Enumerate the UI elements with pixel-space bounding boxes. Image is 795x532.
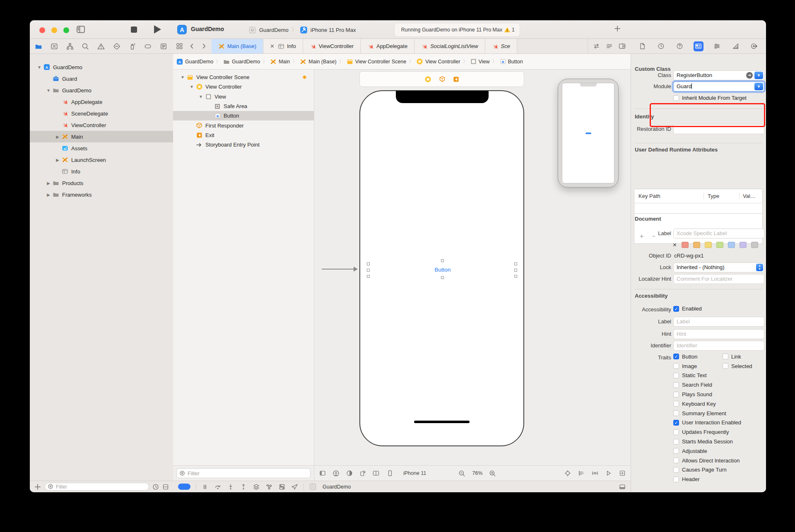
navigator-row-main[interactable]: ▶Main <box>30 131 173 142</box>
label-color-chip[interactable] <box>751 242 758 248</box>
acc-label-field[interactable]: Label <box>673 317 764 327</box>
accessibility-preview-icon[interactable] <box>332 470 340 477</box>
toggle-navigator-icon[interactable] <box>76 25 85 34</box>
orientation-icon[interactable] <box>359 470 366 477</box>
label-color-chip[interactable] <box>682 242 689 248</box>
chevron-down-icon[interactable]: ▼ <box>188 84 195 89</box>
add-file-icon[interactable] <box>34 483 41 491</box>
lock-stepper-icon[interactable]: ▲▼ <box>756 264 763 271</box>
debug-navigator-icon[interactable] <box>129 43 136 50</box>
breadcrumb-item[interactable]: GuardDemo <box>223 58 260 65</box>
chevron-right-icon[interactable]: ▶ <box>45 181 52 185</box>
back-button[interactable] <box>186 39 198 53</box>
outline-row-exit[interactable]: Exit <box>173 130 314 140</box>
outline-row-safe-area[interactable]: Safe Area <box>173 101 314 111</box>
navigator-row-scenedelegate[interactable]: SceneDelegate <box>30 108 173 119</box>
lock-dropdown[interactable]: Inherited - (Nothing) ▲▼ <box>673 262 764 272</box>
run-button[interactable] <box>154 25 161 34</box>
trait-checkbox-header[interactable] <box>673 477 679 482</box>
source-control-icon[interactable] <box>51 43 58 50</box>
trait-checkbox-selected[interactable] <box>723 363 728 369</box>
selected-button[interactable]: Button <box>433 267 452 273</box>
editor-sidebar-icon[interactable] <box>319 470 326 477</box>
stop-button[interactable] <box>131 26 137 33</box>
trait-checkbox-allows-direct-interaction[interactable] <box>673 457 679 463</box>
scheme-selector[interactable]: GuardDemo 〉 iPhone 11 Pro Max <box>248 23 356 36</box>
attributes-inspector-icon[interactable] <box>712 41 722 51</box>
zoom-window-button[interactable] <box>63 27 69 33</box>
trait-checkbox-adjustable[interactable] <box>673 448 679 454</box>
localizer-hint-field[interactable]: Comment For Localizer <box>673 274 764 284</box>
project-navigator-icon[interactable] <box>35 43 42 50</box>
outline-row-view[interactable]: ▼View <box>173 92 314 101</box>
label-color-chip[interactable] <box>693 242 700 248</box>
zoom-out-icon[interactable] <box>458 470 465 477</box>
breadcrumb-item[interactable]: View <box>470 58 490 65</box>
tab-appdelegate[interactable]: AppDelegate <box>361 39 414 53</box>
navigator-filter-input[interactable]: Filter <box>45 483 149 491</box>
new-tab-button[interactable] <box>614 25 621 32</box>
acc-identifier-field[interactable]: Identifier <box>673 341 764 351</box>
tab-main-base-[interactable]: Main (Base) <box>212 39 263 53</box>
trait-checkbox-search-field[interactable] <box>673 382 679 388</box>
navigator-row-guard[interactable]: Guard <box>30 73 173 84</box>
resize-handle[interactable] <box>514 275 517 278</box>
breadcrumb-item[interactable]: Main <box>270 58 290 65</box>
zoom-in-icon[interactable] <box>489 470 496 477</box>
view-controller-dock-icon[interactable] <box>424 76 431 83</box>
navigator-row-assets[interactable]: Assets <box>30 142 173 154</box>
module-field[interactable]: Guard ▼ <box>673 82 764 91</box>
memory-graph-icon[interactable] <box>266 484 272 490</box>
navigator-row-frameworks[interactable]: ▶Frameworks <box>30 189 173 200</box>
resize-handle[interactable] <box>514 269 517 272</box>
test-navigator-icon[interactable] <box>113 43 120 50</box>
chevron-down-icon[interactable]: ▼ <box>179 75 186 79</box>
breadcrumb-item[interactable]: BButton <box>500 58 523 65</box>
jump-to-class-icon[interactable]: ➔ <box>746 72 753 79</box>
navigator-row-info[interactable]: Info <box>30 166 173 177</box>
label-color-chip[interactable] <box>740 242 747 248</box>
code-review-icon[interactable] <box>593 43 600 50</box>
class-field[interactable]: RegisterButton ➔ ▼ <box>673 70 764 80</box>
add-constraints-icon[interactable] <box>592 470 598 477</box>
tab-info[interactable]: ✕Info <box>263 39 303 53</box>
add-editor-icon[interactable] <box>619 43 626 50</box>
breadcrumb-item[interactable]: View Controller <box>416 58 460 65</box>
navigator-row-products[interactable]: ▶Products <box>30 177 173 189</box>
navigator-row-launchscreen[interactable]: ▶LaunchScreen <box>30 154 173 166</box>
resize-handle[interactable] <box>367 262 370 265</box>
chevron-right-icon[interactable]: ▶ <box>54 158 61 162</box>
resize-handle[interactable] <box>441 259 444 262</box>
outline-row-first-responder[interactable]: First Responder <box>173 120 314 130</box>
view-controller-scene[interactable]: Button <box>359 90 524 446</box>
device-label[interactable]: iPhone 11 <box>403 470 426 476</box>
quick-help-icon[interactable] <box>675 41 685 51</box>
history-inspector-icon[interactable] <box>656 41 666 51</box>
forward-button[interactable] <box>198 39 210 53</box>
warning-badge[interactable]: 1 <box>504 26 515 33</box>
acc-hint-field[interactable]: Hint <box>673 329 764 339</box>
chevron-down-icon[interactable]: ▼ <box>45 88 52 93</box>
trait-checkbox-plays-sound[interactable] <box>673 392 679 397</box>
resize-handle[interactable] <box>514 262 517 265</box>
enabled-checkbox[interactable]: ✓ <box>673 306 679 312</box>
trait-checkbox-user-interaction-enabled[interactable]: ✓ <box>673 420 679 426</box>
recents-filter-icon[interactable] <box>152 484 159 490</box>
close-tab-icon[interactable]: ✕ <box>270 43 275 49</box>
breadcrumb-item[interactable]: View Controller Scene <box>347 58 406 65</box>
breakpoint-navigator-icon[interactable] <box>144 43 152 50</box>
tab-socialloginlistview[interactable]: SocialLoginListView <box>414 39 485 53</box>
navigator-row-guarddemo[interactable]: ▼GuardDemo <box>30 84 173 96</box>
chevron-down-icon[interactable]: ▼ <box>36 65 43 70</box>
step-over-icon[interactable] <box>214 484 221 490</box>
align-icon[interactable] <box>578 470 585 477</box>
chevron-right-icon[interactable]: ▶ <box>54 135 61 139</box>
trait-checkbox-static-text[interactable] <box>673 373 679 378</box>
minimize-window-button[interactable] <box>51 27 57 33</box>
trait-checkbox-link[interactable] <box>723 354 728 359</box>
resize-handle[interactable] <box>441 276 444 279</box>
navigator-row-viewcontroller[interactable]: ViewController <box>30 119 173 131</box>
exit-dock-icon[interactable] <box>453 76 459 82</box>
pause-icon[interactable] <box>202 484 208 490</box>
trait-checkbox-causes-page-turn[interactable] <box>673 467 679 473</box>
